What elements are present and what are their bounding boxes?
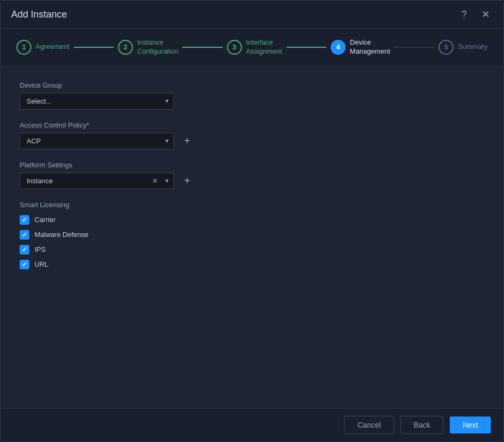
modal-title: Add Instance — [11, 9, 67, 20]
smart-licensing-group: Smart Licensing Carrier Malware Defense … — [20, 201, 484, 269]
step-1-label: Agreement — [36, 42, 70, 52]
url-checkbox[interactable] — [20, 260, 29, 269]
header-icons: ? ✕ — [457, 7, 493, 22]
plus-icon: + — [184, 135, 190, 147]
step-1: 1 Agreement — [16, 40, 70, 55]
smart-licensing-label: Smart Licensing — [20, 201, 484, 209]
step-3-circle: 3 — [227, 40, 242, 55]
smart-licensing-checkboxes: Carrier Malware Defense IPS URL — [20, 215, 484, 269]
help-icon: ? — [461, 9, 467, 20]
step-1-circle: 1 — [16, 40, 31, 55]
platform-settings-group: Platform Settings Instance ✕ ▾ + — [20, 161, 484, 189]
acp-select[interactable]: ACP — [20, 133, 174, 149]
platform-settings-select[interactable]: Instance — [20, 173, 174, 189]
step-4-label: DeviceManagement — [350, 38, 390, 56]
platform-settings-clear-button[interactable]: ✕ — [152, 177, 158, 184]
step-2: 2 InstanceConfiguration — [118, 38, 178, 56]
acp-group: Access Control Policy* ACP ▾ + — [20, 121, 484, 149]
stepper: 1 Agreement 2 InstanceConfiguration 3 In… — [1, 29, 503, 66]
ips-checkbox-item[interactable]: IPS — [20, 245, 484, 254]
step-4: 4 DeviceManagement — [331, 38, 390, 56]
step-line-4-5 — [394, 47, 434, 48]
step-3: 3 InterfaceAssignment — [227, 38, 282, 56]
carrier-label: Carrier — [35, 216, 56, 224]
step-line-3-4 — [287, 47, 326, 48]
malware-defense-checkbox[interactable] — [20, 230, 29, 240]
acp-row: ACP ▾ + — [20, 133, 484, 149]
platform-settings-row: Instance ✕ ▾ + — [20, 173, 484, 189]
malware-defense-checkbox-item[interactable]: Malware Defense — [20, 230, 484, 240]
platform-settings-add-button[interactable]: + — [179, 173, 195, 189]
modal-content: Device Group Select... ▾ Access Control … — [1, 66, 503, 408]
add-instance-modal: Add Instance ? ✕ 1 Agreement 2 InstanceC… — [0, 0, 504, 442]
url-checkbox-item[interactable]: URL — [20, 260, 484, 269]
step-line-1-2 — [74, 47, 114, 48]
clear-icon: ✕ — [152, 177, 158, 185]
device-group-select[interactable]: Select... — [20, 93, 174, 109]
acp-add-button[interactable]: + — [179, 133, 195, 149]
modal-header: Add Instance ? ✕ — [1, 1, 503, 29]
carrier-checkbox[interactable] — [20, 215, 29, 225]
close-button[interactable]: ✕ — [478, 7, 493, 22]
step-5-label: Summary — [458, 42, 488, 52]
next-button[interactable]: Next — [450, 416, 491, 434]
back-button[interactable]: Back — [400, 416, 443, 434]
carrier-checkbox-item[interactable]: Carrier — [20, 215, 484, 225]
cancel-button[interactable]: Cancel — [344, 416, 394, 434]
acp-wrapper: ACP ▾ — [20, 133, 174, 149]
acp-label: Access Control Policy* — [20, 121, 484, 129]
platform-settings-wrapper: Instance ✕ ▾ — [20, 173, 174, 189]
modal-footer: Cancel Back Next — [1, 408, 503, 441]
step-5: 5 Summary — [439, 40, 488, 55]
help-button[interactable]: ? — [457, 7, 472, 22]
plus-icon: + — [184, 175, 190, 187]
platform-settings-label: Platform Settings — [20, 161, 484, 169]
ips-label: IPS — [35, 245, 46, 253]
device-group-label: Device Group — [20, 81, 484, 89]
device-group-wrapper: Select... ▾ — [20, 93, 174, 109]
step-4-circle: 4 — [331, 40, 346, 55]
step-5-circle: 5 — [439, 40, 453, 55]
ips-checkbox[interactable] — [20, 245, 29, 254]
url-label: URL — [35, 260, 48, 268]
device-group-group: Device Group Select... ▾ — [20, 81, 484, 109]
malware-defense-label: Malware Defense — [35, 231, 88, 239]
step-3-label: InterfaceAssignment — [246, 38, 282, 56]
step-line-2-3 — [182, 47, 222, 48]
step-2-label: InstanceConfiguration — [137, 38, 178, 56]
close-icon: ✕ — [482, 8, 490, 20]
step-2-circle: 2 — [118, 40, 133, 55]
